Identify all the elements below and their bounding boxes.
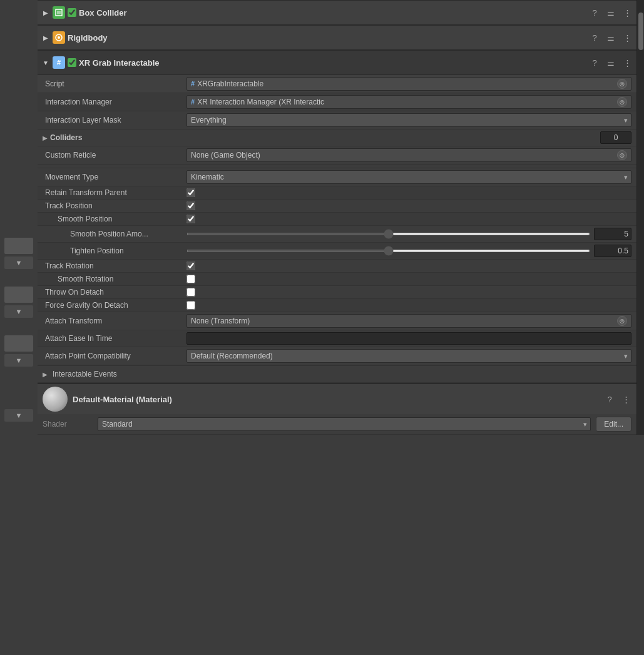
movement-type-dropdown[interactable]: Kinematic (187, 170, 631, 184)
smooth-rotation-checkbox[interactable] (187, 275, 195, 283)
attach-ease-in-time-value: 0.15 (187, 332, 631, 345)
interaction-layer-mask-row: Interaction Layer Mask Everything (38, 111, 636, 129)
custom-reticle-field[interactable]: None (Game Object) ◎ (187, 148, 631, 162)
smooth-rotation-label: Smooth Rotation (43, 275, 187, 283)
rigidbody-expand-arrow[interactable]: ▶ (41, 33, 50, 42)
scrollbar-track (636, 0, 644, 435)
interaction-manager-picker-btn[interactable]: ◎ (617, 97, 627, 107)
attach-ease-in-time-input[interactable]: 0.15 (187, 332, 631, 345)
material-sphere-preview (43, 387, 68, 412)
rigidbody-menu-btn[interactable]: ⋮ (621, 32, 633, 43)
smooth-position-amount-slider[interactable] (187, 233, 590, 235)
track-position-label: Track Position (43, 201, 187, 210)
movement-type-dropdown-wrapper: Kinematic (187, 170, 631, 184)
box-collider-icon (53, 6, 65, 19)
shader-dropdown[interactable]: Standard (98, 417, 591, 431)
scroll-arrow-1[interactable]: ▼ (4, 256, 33, 269)
xr-grab-preset-btn[interactable]: ⚌ (605, 57, 616, 68)
attach-transform-field[interactable]: None (Transform) ◎ (187, 314, 631, 328)
interactable-events-arrow[interactable]: ▶ (43, 371, 48, 378)
custom-reticle-picker-btn[interactable]: ◎ (617, 150, 627, 160)
scroll-bar-1[interactable] (4, 238, 33, 254)
attach-ease-in-time-label: Attach Ease In Time (43, 334, 187, 343)
script-field-text: XRGrabInteractable (197, 79, 615, 88)
smooth-position-amount-row: Smooth Position Amo... 5 (38, 226, 636, 243)
throw-on-detach-checkbox[interactable] (187, 288, 195, 297)
throw-on-detach-value (187, 288, 631, 297)
colliders-row: ▶ Colliders 0 (38, 129, 636, 146)
material-help-btn[interactable]: ? (604, 394, 615, 405)
tighten-position-label: Tighten Position (43, 246, 187, 255)
scroll-arrow-2[interactable]: ▼ (4, 305, 33, 318)
interaction-layer-mask-dropdown[interactable]: Everything (187, 113, 631, 127)
script-row: Script # XRGrabInteractable ◎ (38, 75, 636, 93)
box-collider-checkbox[interactable] (68, 8, 76, 17)
box-collider-header: ▶ Box Collider ? ⚌ ⋮ (38, 0, 636, 25)
attach-point-compatibility-value: Default (Recommended) (187, 349, 631, 363)
side-controls: ▼ ▼ ▼ ▼ (0, 0, 38, 435)
colliders-arrow[interactable]: ▶ (43, 135, 48, 141)
rigidbody-help-btn[interactable]: ? (589, 32, 600, 43)
shader-label: Shader (43, 420, 93, 429)
xr-grab-checkbox[interactable] (68, 58, 76, 67)
attach-transform-picker-btn[interactable]: ◎ (617, 316, 627, 326)
box-collider-menu-btn[interactable]: ⋮ (621, 7, 633, 18)
script-picker-btn[interactable]: ◎ (617, 79, 627, 89)
scroll-arrow-4[interactable]: ▼ (4, 409, 33, 422)
material-menu-btn[interactable]: ⋮ (620, 394, 631, 405)
force-gravity-on-detach-label: Force Gravity On Detach (43, 301, 187, 310)
scroll-arrow-3[interactable]: ▼ (4, 354, 33, 367)
rigidbody-actions: ? ⚌ ⋮ (589, 32, 633, 43)
rigidbody-icon (53, 31, 65, 44)
interaction-manager-row: Interaction Manager # XR Interaction Man… (38, 93, 636, 111)
shader-edit-button[interactable]: Edit... (596, 417, 631, 432)
rigidbody-header: ▶ Rigidbody ? ⚌ ⋮ (38, 25, 636, 50)
interaction-layer-mask-dropdown-wrapper: Everything (187, 113, 631, 127)
interaction-layer-mask-value: Everything (187, 113, 631, 127)
track-position-checkbox[interactable] (187, 201, 195, 210)
retain-transform-parent-row: Retain Transform Parent (38, 186, 636, 200)
attach-point-compatibility-dropdown[interactable]: Default (Recommended) (187, 349, 631, 363)
script-field[interactable]: # XRGrabInteractable ◎ (187, 77, 631, 91)
material-title: Default-Material (Material) (73, 395, 599, 404)
inspector-content: ▶ Box Collider ? ⚌ ⋮ ▶ (38, 0, 636, 435)
tighten-position-value: 0.5 (187, 245, 631, 257)
attach-point-compatibility-label: Attach Point Compatibility (43, 352, 187, 360)
material-section: Default-Material (Material) ? ⋮ Shader S… (38, 383, 636, 435)
interaction-manager-hash-icon: # (191, 98, 195, 106)
interaction-manager-field[interactable]: # XR Interaction Manager (XR Interactic … (187, 95, 631, 109)
track-rotation-checkbox[interactable] (187, 261, 195, 270)
track-rotation-row: Track Rotation (38, 260, 636, 273)
box-collider-preset-btn[interactable]: ⚌ (605, 7, 616, 18)
tighten-position-slider[interactable] (187, 250, 590, 252)
scroll-bar-2[interactable] (4, 287, 33, 303)
material-header: Default-Material (Material) ? ⋮ (38, 383, 636, 414)
material-actions: ? ⋮ (604, 394, 631, 405)
xr-grab-help-btn[interactable]: ? (589, 57, 600, 68)
attach-transform-field-text: None (Transform) (191, 317, 615, 325)
retain-transform-parent-checkbox[interactable] (187, 188, 195, 197)
attach-transform-label: Attach Transform (43, 317, 187, 325)
script-label: Script (43, 79, 187, 88)
box-collider-title: Box Collider (79, 8, 586, 18)
movement-type-label: Movement Type (43, 173, 187, 181)
throw-on-detach-row: Throw On Detach (38, 286, 636, 299)
smooth-position-label: Smooth Position (43, 215, 187, 223)
scrollbar-thumb[interactable] (638, 13, 643, 50)
interactable-events-header[interactable]: ▶ Interactable Events (38, 365, 636, 383)
box-collider-expand-arrow[interactable]: ▶ (41, 8, 50, 17)
tighten-position-slider-wrapper: 0.5 (187, 245, 631, 257)
xr-grab-menu-btn[interactable]: ⋮ (621, 57, 633, 68)
smooth-position-amount-input[interactable]: 5 (594, 228, 631, 240)
smooth-position-checkbox[interactable] (187, 215, 195, 223)
xr-grab-expand-arrow[interactable]: ▼ (41, 58, 50, 67)
colliders-label: Colliders (50, 133, 600, 142)
scroll-bar-3[interactable] (4, 335, 33, 352)
box-collider-help-btn[interactable]: ? (589, 7, 600, 18)
smooth-position-amount-label: Smooth Position Amo... (43, 230, 187, 238)
xr-grab-icon: # (53, 56, 65, 69)
rigidbody-preset-btn[interactable]: ⚌ (605, 32, 616, 43)
tighten-position-input[interactable]: 0.5 (594, 245, 631, 257)
svg-rect-1 (57, 11, 61, 14)
force-gravity-on-detach-checkbox[interactable] (187, 301, 195, 310)
